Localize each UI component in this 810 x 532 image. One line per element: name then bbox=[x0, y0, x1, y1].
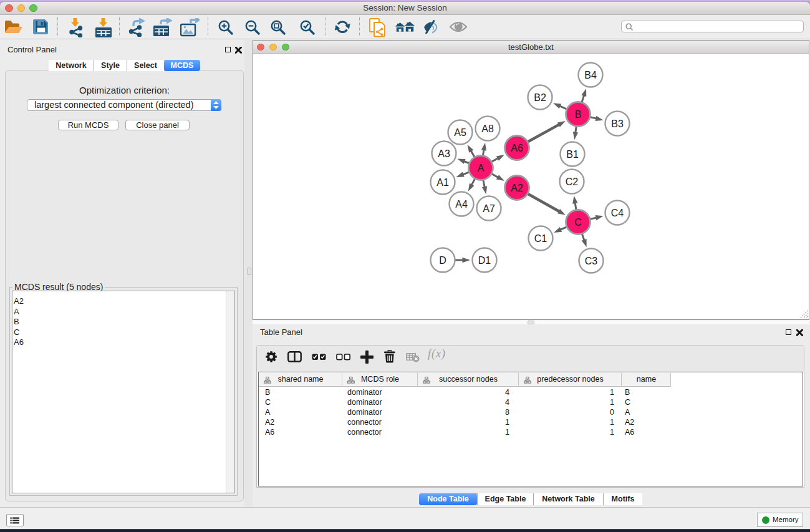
svg-text:A5: A5 bbox=[454, 127, 466, 138]
svg-text:A6: A6 bbox=[511, 143, 523, 153]
svg-text:C2: C2 bbox=[566, 177, 579, 187]
svg-text:A3: A3 bbox=[438, 148, 450, 159]
svg-text:B2: B2 bbox=[534, 92, 546, 103]
svg-text:B3: B3 bbox=[611, 118, 624, 129]
svg-text:D: D bbox=[439, 255, 446, 266]
svg-text:A4: A4 bbox=[455, 199, 468, 210]
svg-text:A8: A8 bbox=[481, 123, 494, 134]
svg-text:C1: C1 bbox=[534, 233, 547, 244]
svg-text:A7: A7 bbox=[483, 203, 495, 214]
svg-text:C: C bbox=[574, 217, 582, 228]
svg-text:B4: B4 bbox=[584, 70, 597, 80]
svg-text:B: B bbox=[575, 109, 582, 120]
svg-text:A1: A1 bbox=[436, 177, 449, 188]
svg-text:D1: D1 bbox=[478, 255, 491, 266]
svg-text:B1: B1 bbox=[566, 149, 579, 160]
svg-text:C4: C4 bbox=[611, 208, 624, 218]
svg-text:A2: A2 bbox=[511, 183, 523, 193]
svg-text:C3: C3 bbox=[585, 256, 598, 266]
svg-text:A: A bbox=[478, 163, 485, 173]
